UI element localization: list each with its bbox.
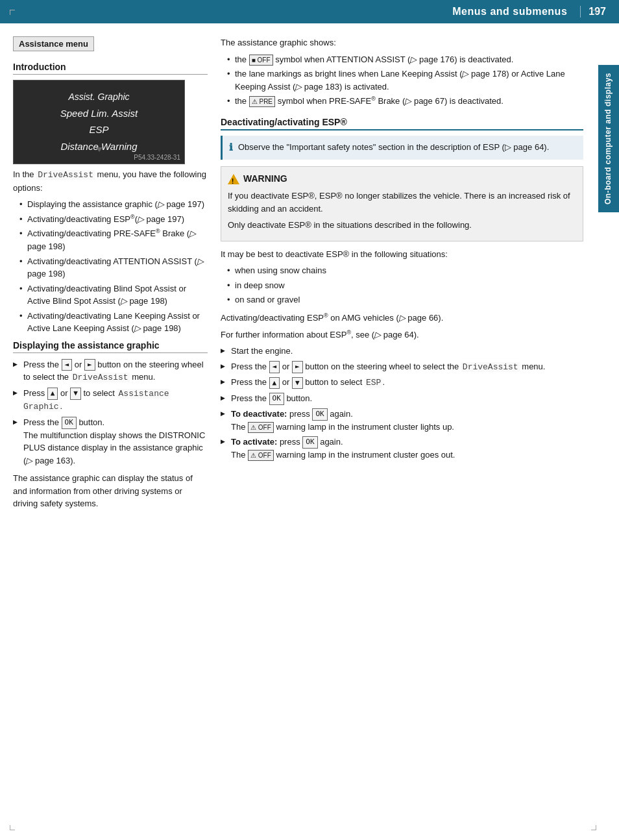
warning-header: WARNING xyxy=(228,172,576,186)
main-content: Assistance menu Introduction Assist. Gra… xyxy=(0,23,619,527)
menu-item-3: Distance Warning xyxy=(60,138,137,155)
menu-item-2: ESP xyxy=(89,121,108,138)
display-footer: The assistance graphic can display the s… xyxy=(13,472,208,510)
btn-ok-2: OK xyxy=(269,393,284,405)
warning-box: WARNING If you deactivate ESP®, ESP® no … xyxy=(221,166,583,241)
graphic-shows-label: The assistance graphic shows: xyxy=(221,36,583,49)
info-box-text: Observe the "Important safety notes" sec… xyxy=(238,141,549,154)
reg-mark-tr xyxy=(591,10,596,15)
esp-step-2: Press the ▲ or ▼ button to select ESP. xyxy=(221,376,583,389)
btn-right-2: ► xyxy=(292,361,303,373)
reg-mark-br xyxy=(591,825,596,830)
btn-left: ◄ xyxy=(62,359,73,371)
pre-safe-off-icon: ⚠ PRE xyxy=(249,96,275,107)
esp-bullets: when using snow chains in deep snow on s… xyxy=(221,264,583,306)
da-code-2: DriveAssist xyxy=(71,373,130,382)
option-item-4: Activating/deactivating Blind Spot Assis… xyxy=(19,282,208,308)
esp-steps: Start the engine. Press the ◄ or ► butto… xyxy=(221,345,583,461)
header-title: Menus and submenus xyxy=(452,6,567,18)
esp-body3: For further information about ESP®, see … xyxy=(221,328,583,341)
info-box: ℹ Observe the "Important safety notes" s… xyxy=(221,136,583,160)
graphic-bullet-1: the lane markings as bright lines when L… xyxy=(227,68,583,93)
option-item-2: Activating/deactivating PRE-SAFE® Brake … xyxy=(19,227,208,253)
esp-step-5: To activate: press OK again.The ⚠ OFF wa… xyxy=(221,436,583,461)
attention-off-icon: ■ OFF xyxy=(249,55,273,66)
esp-body1: It may be best to deactivate ESP® in the… xyxy=(221,248,583,261)
right-column: The assistance graphic shows: the ■ OFF … xyxy=(221,36,609,514)
option-item-0: Displaying the assistance graphic (▷ pag… xyxy=(19,198,208,211)
warning-label: WARNING xyxy=(243,172,287,186)
assistance-graphic-code: AssistanceGraphic xyxy=(23,389,169,412)
esp-off-icon-1: ⚠ OFF xyxy=(248,422,274,433)
option-item-3: Activating/deactivating ATTENTION ASSIST… xyxy=(19,255,208,280)
esp-bullet-1: in deep snow xyxy=(227,279,583,292)
image-caption: P54.33-2428-31 xyxy=(134,154,180,161)
step-0: Press the ◄ or ► button on the steering … xyxy=(13,358,208,384)
da-code-3: DriveAssist xyxy=(461,362,520,372)
intro-body: In the DriveAssist menu, you have the fo… xyxy=(13,168,208,194)
btn-down-2: ▼ xyxy=(292,377,303,389)
options-list: Displaying the assistance graphic (▷ pag… xyxy=(13,198,208,335)
esp-body2: Activating/deactivating ESP® on AMG vehi… xyxy=(221,312,583,325)
warning-triangle-icon xyxy=(228,174,239,184)
left-column: Assistance menu Introduction Assist. Gra… xyxy=(13,36,208,514)
driveassist-code-1: DriveAssist xyxy=(36,170,95,180)
btn-ok-1: OK xyxy=(62,417,77,429)
assist-graphic-image: Assist. Graphic Speed Lim. Assist ESP Di… xyxy=(13,80,185,164)
btn-up: ▲ xyxy=(47,388,58,400)
section-box-label: Assistance menu xyxy=(13,36,94,51)
esp-code: ESP xyxy=(365,378,382,388)
reg-mark-tl xyxy=(10,10,15,15)
graphic-bullets: the ■ OFF symbol when ATTENTION ASSIST (… xyxy=(221,53,583,108)
btn-up-2: ▲ xyxy=(269,377,280,389)
esp-bullet-0: when using snow chains xyxy=(227,264,583,277)
info-icon: ℹ xyxy=(229,140,233,155)
btn-left-2: ◄ xyxy=(269,361,280,373)
btn-ok-4: OK xyxy=(302,436,317,449)
btn-right: ► xyxy=(84,359,95,371)
option-item-1: Activating/deactivating ESP®(▷ page 197) xyxy=(19,213,208,226)
esp-step-1: Press the ◄ or ► button on the steering … xyxy=(221,360,583,374)
step-2: Press the OK button.The multifunction di… xyxy=(13,416,208,467)
esp-step-3: Press the OK button. xyxy=(221,392,583,405)
esp-heading: Deactivating/activating ESP® xyxy=(221,117,583,130)
option-item-5: Activating/deactivating Lane Keeping Ass… xyxy=(19,310,208,335)
scroll-triangle xyxy=(96,147,103,152)
side-label: On-board computer and displays xyxy=(598,65,619,212)
step-1: Press ▲ or ▼ to select AssistanceGraphic… xyxy=(13,387,208,414)
display-steps: Press the ◄ or ► button on the steering … xyxy=(13,358,208,467)
esp-off-icon-2: ⚠ OFF xyxy=(248,450,274,461)
esp-step-4: To deactivate: press OK again.The ⚠ OFF … xyxy=(221,408,583,433)
reg-mark-bl xyxy=(10,825,15,830)
display-heading: Displaying the assistance graphic xyxy=(13,340,208,353)
menu-item-0: Assist. Graphic xyxy=(68,90,129,105)
esp-bullet-2: on sand or gravel xyxy=(227,293,583,306)
menu-item-1: Speed Lim. Assist xyxy=(60,105,138,122)
graphic-bullet-0: the ■ OFF symbol when ATTENTION ASSIST (… xyxy=(227,53,583,66)
warning-text1: If you deactivate ESP®, ESP® no longer s… xyxy=(228,190,576,215)
intro-heading: Introduction xyxy=(13,62,208,75)
btn-ok-3: OK xyxy=(312,408,327,421)
header-bar: Menus and submenus 197 xyxy=(0,0,619,23)
graphic-bullet-2: the ⚠ PRE symbol when PRE-SAFE® Brake (▷… xyxy=(227,95,583,108)
btn-down: ▼ xyxy=(70,388,81,400)
esp-step-0: Start the engine. xyxy=(221,345,583,358)
warning-text2: Only deactivate ESP® in the situations d… xyxy=(228,219,576,232)
